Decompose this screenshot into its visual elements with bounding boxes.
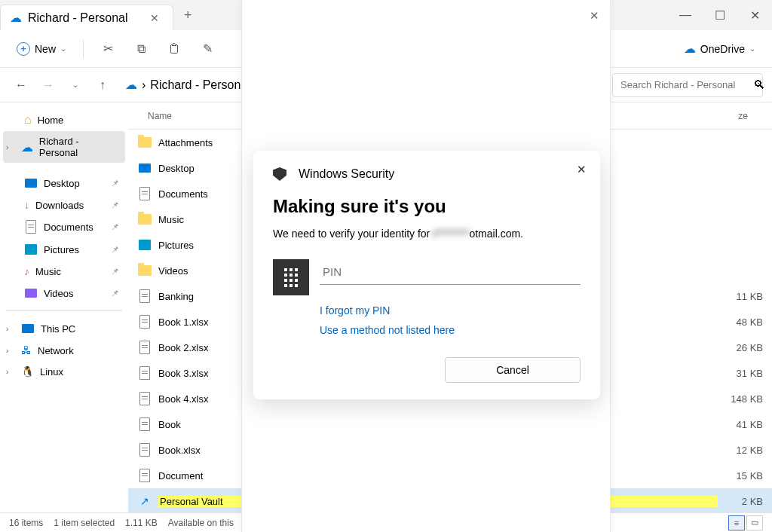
download-icon: ↓ xyxy=(24,199,29,211)
toolbar-divider xyxy=(83,40,84,58)
close-button[interactable]: ✕ xyxy=(737,0,772,30)
cancel-button[interactable]: Cancel xyxy=(445,357,581,383)
rename-button[interactable]: ✎ xyxy=(192,35,222,63)
sidebar-item-linux[interactable]: ›🐧 Linux xyxy=(3,361,125,382)
windows-security-dialog: ✕ Windows Security Making sure it's you … xyxy=(253,151,600,399)
dialog-title: Making sure it's you xyxy=(273,196,581,217)
desktop-icon xyxy=(25,179,37,188)
onedrive-menu[interactable]: ☁ OneDrive ⌄ xyxy=(676,37,763,60)
sidebar-item-network[interactable]: ›🖧 Network xyxy=(3,340,125,361)
document-icon xyxy=(139,187,150,200)
thumbnails-view-button[interactable]: ▭ xyxy=(746,515,763,530)
sidebar-item-documents[interactable]: Documents📌︎ xyxy=(3,216,125,238)
pin-icon: 📌︎ xyxy=(111,267,119,276)
back-button[interactable]: ← xyxy=(9,73,33,97)
plus-icon: + xyxy=(17,42,30,56)
document-icon xyxy=(139,443,150,457)
document-icon xyxy=(139,392,150,405)
document-icon xyxy=(139,469,150,482)
document-icon xyxy=(139,417,150,431)
pc-icon xyxy=(22,324,34,333)
view-toggles: ≡ ▭ xyxy=(728,515,763,530)
other-method-link[interactable]: Use a method not listed here xyxy=(320,324,581,336)
music-icon: ♪ xyxy=(24,265,29,277)
sidebar-item-thispc[interactable]: › This PC xyxy=(3,317,125,340)
minimize-button[interactable]: — xyxy=(668,0,703,30)
onedrive-icon: ☁ xyxy=(125,78,137,92)
sidebar-item-richard[interactable]: › ☁ Richard - Personal xyxy=(3,131,125,163)
pictures-icon xyxy=(139,240,151,250)
document-icon xyxy=(26,220,36,234)
maximize-button[interactable]: ☐ xyxy=(703,0,737,30)
desktop-icon xyxy=(139,164,151,173)
onedrive-label: OneDrive xyxy=(700,43,745,55)
status-selected: 1 item selected xyxy=(54,518,115,528)
file-size: 12 KB xyxy=(718,445,763,456)
window-tab[interactable]: ☁ Richard - Personal ✕ xyxy=(0,5,173,30)
file-size: 148 KB xyxy=(718,393,763,405)
details-view-button[interactable]: ≡ xyxy=(728,515,745,530)
window-controls: — ☐ ✕ xyxy=(668,0,772,30)
dialog-message: We need to verify your identity for r***… xyxy=(273,228,581,240)
status-size: 1.11 KB xyxy=(125,518,158,528)
pictures-icon xyxy=(25,244,37,255)
vault-icon: ↗ xyxy=(140,495,149,507)
copy-button[interactable]: ⧉ xyxy=(126,35,156,63)
chevron-down-icon: ⌄ xyxy=(749,44,755,53)
folder-icon xyxy=(138,265,152,276)
tab-close-button[interactable]: ✕ xyxy=(146,11,164,26)
chevron-right-icon: › xyxy=(6,325,15,333)
file-size: 11 KB xyxy=(718,291,763,302)
tab-title: Richard - Personal xyxy=(28,11,128,25)
search-input[interactable] xyxy=(620,79,747,90)
new-button[interactable]: + New ⌄ xyxy=(9,38,74,60)
sidebar-item-videos[interactable]: Videos📌︎ xyxy=(3,282,125,304)
sidebar-divider xyxy=(6,310,122,311)
search-icon: 🔍︎ xyxy=(753,78,765,92)
document-icon xyxy=(139,315,150,329)
file-size: 26 KB xyxy=(718,342,763,353)
search-box[interactable]: 🔍︎ xyxy=(612,73,763,97)
column-size[interactable]: ze xyxy=(703,111,763,121)
dialog-close-button[interactable]: ✕ xyxy=(577,163,587,176)
file-size: 48 KB xyxy=(718,316,763,328)
sidebar-item-home[interactable]: ⌂ Home xyxy=(3,109,125,131)
paste-button[interactable]: 📋︎ xyxy=(159,35,189,63)
onedrive-icon: ☁ xyxy=(21,140,33,154)
breadcrumb-location: Richard - Personal xyxy=(150,78,250,92)
linux-icon: 🐧 xyxy=(21,365,34,378)
pin-icon: 📌︎ xyxy=(111,179,119,188)
new-tab-button[interactable]: + xyxy=(173,8,203,23)
sidebar-item-desktop[interactable]: Desktop📌︎ xyxy=(3,172,125,194)
file-size: 15 KB xyxy=(718,470,763,482)
chevron-right-icon: › xyxy=(6,143,15,151)
shield-icon xyxy=(273,167,286,181)
backdrop-close-button[interactable]: ✕ xyxy=(590,9,599,23)
cut-button[interactable]: ✂ xyxy=(93,35,123,63)
pin-entry-row xyxy=(273,259,581,295)
network-icon: 🖧 xyxy=(21,344,32,356)
pin-pad-icon xyxy=(273,259,309,295)
sidebar-item-downloads[interactable]: ↓ Downloads📌︎ xyxy=(3,194,125,216)
document-icon xyxy=(139,289,150,303)
dialog-header: Windows Security xyxy=(273,167,581,181)
dialog-app-title: Windows Security xyxy=(299,167,394,181)
status-item-count: 16 items xyxy=(9,518,43,528)
pin-input[interactable] xyxy=(320,259,581,285)
up-button[interactable]: ↑ xyxy=(90,73,115,97)
chevron-right-icon: › xyxy=(6,368,15,376)
onedrive-icon: ☁ xyxy=(10,11,22,25)
pin-icon: 📌︎ xyxy=(111,222,119,231)
sidebar-item-music[interactable]: ♪ Music📌︎ xyxy=(3,261,125,282)
recent-dropdown[interactable]: ⌄ xyxy=(63,73,87,97)
document-icon xyxy=(139,341,150,354)
pin-icon: 📌︎ xyxy=(111,289,119,298)
sidebar: ⌂ Home › ☁ Richard - Personal Desktop📌︎ … xyxy=(0,102,128,512)
document-icon xyxy=(139,366,150,380)
forward-button[interactable]: → xyxy=(36,73,60,97)
new-label: New xyxy=(35,43,56,55)
forgot-pin-link[interactable]: I forgot my PIN xyxy=(320,304,581,316)
status-availability: Available on this xyxy=(168,518,234,528)
sidebar-item-pictures[interactable]: Pictures📌︎ xyxy=(3,238,125,261)
chevron-right-icon: › xyxy=(6,347,15,355)
